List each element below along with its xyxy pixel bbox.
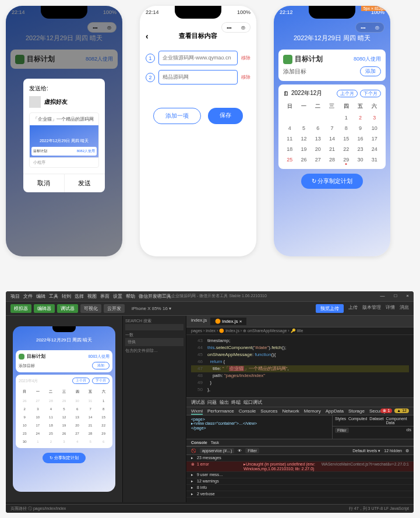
console-tab[interactable]: Console xyxy=(191,441,207,445)
error-badge[interactable]: ⊗ 1 xyxy=(380,408,392,413)
elements-tree[interactable]: <page> ▸<view class="container">…</view>… xyxy=(186,415,332,439)
search-input[interactable] xyxy=(125,324,183,330)
style-tab[interactable]: Computed xyxy=(348,417,367,425)
calendar-day[interactable]: 16 xyxy=(354,134,366,143)
exclude-input[interactable]: 包含的文件排除… xyxy=(125,348,183,354)
style-tab[interactable]: Styles xyxy=(335,417,346,425)
terminal-tab[interactable]: 终端 xyxy=(231,400,241,405)
sim-next-month[interactable]: 下个月 xyxy=(92,378,110,384)
calendar-day[interactable]: 7 xyxy=(84,406,97,413)
save-button[interactable]: 保存 xyxy=(208,108,243,124)
calendar-day[interactable]: 3 xyxy=(58,438,70,445)
visualize-button[interactable]: 可视化 xyxy=(80,304,101,313)
context-dropdown[interactable]: appservice (#…) xyxy=(200,448,234,453)
calendar-day[interactable]: 1 xyxy=(32,438,44,445)
calendar-day[interactable]: 6 xyxy=(97,438,110,445)
calendar-day[interactable]: 28 xyxy=(326,155,338,164)
calendar-day[interactable]: 17 xyxy=(368,134,381,143)
calendar-day[interactable]: 1 xyxy=(340,113,352,122)
calendar-day[interactable]: 2 xyxy=(19,406,31,413)
menu-item[interactable]: 项目 xyxy=(10,294,20,299)
cls-button[interactable]: cls xyxy=(406,428,411,433)
code-editor[interactable]: 43 timestamp; 44this.selectComponent("#d… xyxy=(186,335,414,397)
details-button[interactable]: 详情 xyxy=(386,304,395,313)
window-control[interactable]: — xyxy=(380,293,384,298)
calendar-day[interactable]: 30 xyxy=(354,155,366,164)
console-filter[interactable]: Filter xyxy=(245,448,259,453)
calendar-day[interactable]: 3 xyxy=(368,113,381,122)
calendar-day[interactable]: 6 xyxy=(312,124,324,133)
sim-add-button[interactable]: 添加 xyxy=(92,362,110,369)
simulator-phone[interactable]: 2022年12月29日 周四 晴天 目标计划 8083人使用 添加目标 添加 2… xyxy=(13,326,115,492)
add-button[interactable]: 添加 xyxy=(360,66,381,76)
window-control[interactable]: □ xyxy=(394,293,397,298)
calendar-day[interactable]: 10 xyxy=(368,124,381,133)
calendar-day[interactable]: 4 xyxy=(283,124,296,133)
calendar-day[interactable]: 22 xyxy=(340,145,352,154)
calendar-day[interactable]: 26 xyxy=(19,397,31,404)
devtools-tab[interactable]: Memory xyxy=(304,408,321,414)
calendar-day[interactable]: 14 xyxy=(84,414,97,421)
calendar-day[interactable]: 31 xyxy=(368,155,381,164)
calendar-day[interactable]: 21 xyxy=(326,145,338,154)
output-tab[interactable]: 输出 xyxy=(220,400,229,405)
menu-item[interactable]: 帮助 xyxy=(126,294,135,299)
calendar-day[interactable]: 25 xyxy=(283,155,296,164)
calendar-day[interactable]: 8 xyxy=(340,124,352,133)
calendar-day[interactable]: 15 xyxy=(340,134,352,143)
calendar-day[interactable]: 4 xyxy=(71,438,83,445)
calendar-day[interactable]: 5 xyxy=(84,438,97,445)
calendar-day[interactable]: 11 xyxy=(45,414,57,421)
calendar-day[interactable]: 20 xyxy=(71,422,83,429)
menu-item[interactable]: 界面 xyxy=(100,294,110,299)
menu-item[interactable]: 工具 xyxy=(49,294,58,299)
calendar-day[interactable]: 21 xyxy=(84,422,97,429)
calendar-day[interactable]: 2 xyxy=(45,438,57,445)
console-row[interactable]: ▸8 info xyxy=(186,485,414,491)
calendar-day[interactable]: 29 xyxy=(58,397,70,404)
calendar-day[interactable]: 18 xyxy=(283,145,296,154)
eye-icon[interactable]: 👁 xyxy=(238,449,242,453)
calendar-day[interactable]: 13 xyxy=(312,134,324,143)
cloud-button[interactable]: 云开发 xyxy=(104,304,125,313)
calendar-day[interactable]: 22 xyxy=(97,422,110,429)
one-result[interactable]: 一数 xyxy=(125,332,183,338)
calendar-day[interactable]: 26 xyxy=(297,155,310,164)
devtools-tab[interactable]: Wxml xyxy=(191,408,203,415)
device-selector[interactable]: iPhone X 85% 16 ▾ xyxy=(132,306,171,311)
calendar-day[interactable]: 1 xyxy=(97,397,110,404)
replace-input[interactable]: 替换 xyxy=(125,338,183,346)
sim-prev-month[interactable]: 上个月 xyxy=(72,378,90,384)
calendar-day[interactable]: 3 xyxy=(32,406,44,413)
cancel-button[interactable]: 取消 xyxy=(23,174,65,192)
calendar-day[interactable]: 23 xyxy=(354,145,366,154)
problems-tab[interactable]: 问题 xyxy=(207,400,217,405)
capsule-menu[interactable]: •••◎ xyxy=(355,22,384,33)
calendar-day[interactable]: 26 xyxy=(58,430,70,437)
menu-item[interactable]: 文件 xyxy=(23,294,33,299)
console-row[interactable]: ⊗1 error▸Uncaught (in promise) undefined… xyxy=(186,461,414,472)
calendar-day[interactable]: 5 xyxy=(58,406,70,413)
console-row[interactable]: ▸9 user mess… xyxy=(186,472,414,478)
calendar-day[interactable]: 15 xyxy=(97,414,110,421)
console-row[interactable]: ▸23 messages xyxy=(186,455,414,461)
clear-icon[interactable]: 🚫 xyxy=(191,449,196,453)
goal-input[interactable]: 企业猫源码网-www.qymao.cn xyxy=(158,51,238,65)
calendar-day[interactable]: 29 xyxy=(340,155,352,164)
sim-share-button[interactable]: ↻ 分享制定计划 xyxy=(43,453,86,463)
window-control[interactable]: × xyxy=(406,293,409,298)
breadcrumb[interactable]: pages › index › 🟠 index.js › ⊕ onShareAp… xyxy=(186,327,414,335)
cursor-info[interactable]: 行 47，列 3 UTF-8 LF JavaScript xyxy=(349,506,409,512)
calendar-day[interactable]: 12 xyxy=(58,414,70,421)
calendar-day[interactable]: 11 xyxy=(283,134,296,143)
devtools-tab[interactable]: Console xyxy=(239,408,256,414)
console-row[interactable]: ▸2 verbose xyxy=(186,491,414,498)
calendar-day[interactable]: 31 xyxy=(84,397,97,404)
calendar-day[interactable]: 14 xyxy=(326,134,338,143)
file-tab-active[interactable]: 🟠 index.js × xyxy=(210,318,246,325)
notice-button[interactable]: 消息 xyxy=(400,304,409,313)
remove-button[interactable]: 移除 xyxy=(241,55,250,61)
calendar-day[interactable]: 19 xyxy=(58,422,70,429)
calendar-day[interactable]: 4 xyxy=(45,406,57,413)
calendar-day[interactable]: 2 xyxy=(354,113,366,122)
